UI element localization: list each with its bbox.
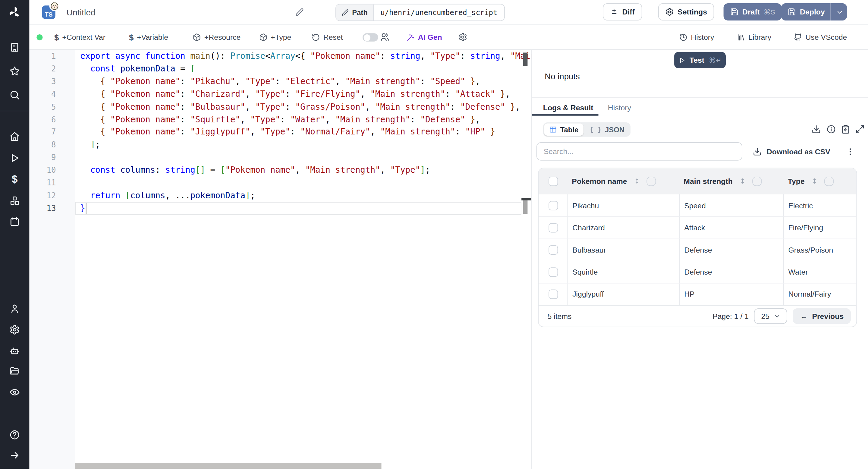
previous-page-button[interactable]: ← Previous [793, 308, 851, 324]
expand-result-icon[interactable] [855, 124, 865, 134]
line-number: 4 [29, 88, 75, 101]
code-line[interactable]: export async function main(): Promise<Ar… [75, 50, 531, 62]
code-line[interactable]: { "Pokemon name": "Charizard", "Type": "… [75, 88, 531, 101]
library-button[interactable]: Library [737, 25, 771, 50]
view-toggle-table[interactable]: Table [544, 124, 584, 136]
search-input[interactable] [536, 142, 742, 161]
line-number: 5 [29, 101, 75, 113]
row-checkbox[interactable] [548, 201, 558, 210]
table-row[interactable]: BulbasaurDefenseGrass/Poison [538, 239, 856, 261]
add-type-button[interactable]: +Type [259, 25, 291, 50]
code-token [105, 76, 110, 86]
code-line[interactable]: return [columns, ...pokemonData]; [75, 189, 531, 202]
line-number: 13 [29, 202, 75, 215]
reset-button[interactable]: Reset [312, 25, 343, 50]
code-line[interactable] [75, 151, 531, 164]
code-editor[interactable]: 12345678910111213 export async function … [29, 50, 531, 469]
history-button[interactable]: History [679, 25, 714, 50]
sidebar-item-schedules[interactable] [9, 216, 20, 227]
code-line[interactable]: { "Pokemon name": "Bulbasaur", "Type": "… [75, 101, 531, 113]
code-line[interactable]: { "Pokemon name": "Jigglypuff", "Type": … [75, 126, 531, 139]
row-checkbox[interactable] [548, 245, 558, 255]
sidebar-item-folders[interactable] [9, 366, 20, 376]
editor-horizontal-scrollbar[interactable] [75, 463, 381, 469]
code-token: [ [125, 190, 130, 200]
code-token: { [100, 89, 105, 99]
column-header[interactable]: Type [783, 168, 857, 193]
chevron-down-icon [836, 8, 844, 16]
more-options-button[interactable] [846, 145, 855, 158]
sort-icon[interactable] [633, 177, 641, 185]
download-result-icon[interactable] [812, 124, 821, 134]
add-variable-button[interactable]: $ +Variable [129, 25, 168, 50]
column-toggle[interactable] [752, 176, 761, 186]
add-context-var-button[interactable]: $ +Context Var [54, 25, 105, 50]
tab-logs-result[interactable]: Logs & Result [543, 103, 593, 112]
row-checkbox[interactable] [548, 268, 558, 277]
download-csv-button[interactable]: Download as CSV [753, 144, 830, 159]
code-line[interactable]: ]; [75, 139, 531, 151]
info-icon[interactable] [827, 124, 836, 134]
row-checkbox[interactable] [548, 223, 558, 232]
diff-button[interactable]: Diff [603, 3, 642, 21]
edit-summary-icon[interactable] [295, 8, 304, 17]
collab-toggle[interactable] [363, 33, 378, 41]
sidebar-item-variables[interactable]: $ [9, 174, 20, 184]
sidebar-item-runs[interactable] [9, 153, 20, 163]
view-toggle-json[interactable]: { } JSON [585, 124, 629, 136]
code-line[interactable] [75, 177, 531, 189]
sidebar-item-resources[interactable] [9, 195, 20, 206]
ai-gen-button[interactable]: AI Gen [406, 25, 442, 50]
sidebar-item-users[interactable] [9, 304, 20, 314]
settings-button[interactable]: Settings [658, 3, 714, 21]
editor-settings-button[interactable] [458, 25, 467, 50]
sidebar-item-settings[interactable] [9, 324, 20, 335]
code-token: : [285, 101, 295, 112]
sidebar-item-audit-logs[interactable] [9, 387, 20, 398]
sidebar-item-favorites[interactable] [9, 66, 20, 76]
table-row[interactable]: CharizardAttackFire/Flying [538, 216, 856, 239]
code-line[interactable]: const pokemonData = [ [75, 62, 531, 75]
column-header[interactable]: Main strength [679, 168, 783, 193]
sort-icon[interactable] [739, 177, 746, 185]
code-line[interactable]: { "Pokemon name": "Pikachu", "Type": "El… [75, 75, 531, 88]
collaborators-icon[interactable] [380, 25, 390, 50]
code-token: "Main strength" [510, 51, 531, 61]
sidebar-item-help[interactable] [9, 430, 20, 440]
sidebar-item-workers[interactable] [9, 345, 20, 356]
sidebar-item-home[interactable] [9, 131, 20, 142]
select-all-checkbox[interactable] [548, 176, 558, 186]
row-checkbox[interactable] [548, 290, 558, 299]
deploy-dropdown-button[interactable] [830, 3, 844, 21]
editor-code-area[interactable]: export async function main(): Promise<Ar… [75, 50, 531, 469]
tab-history[interactable]: History [608, 103, 631, 112]
column-toggle[interactable] [824, 176, 833, 186]
table-row[interactable]: JigglypuffHPNormal/Fairy [538, 283, 856, 305]
editor-vertical-scrollbar[interactable] [523, 200, 528, 214]
sidebar-expand-button[interactable] [9, 450, 20, 461]
code-line[interactable]: { "Pokemon name": "Squirtle", "Type": "W… [75, 113, 531, 126]
code-line[interactable]: } [75, 202, 521, 215]
column-header[interactable]: Pokemon name [567, 168, 679, 193]
sort-icon[interactable] [811, 177, 818, 185]
page-size-select[interactable]: 25 [754, 308, 787, 324]
copy-result-icon[interactable] [841, 124, 850, 134]
table-body: PikachuSpeedElectricCharizardAttackFire/… [538, 194, 856, 305]
test-button[interactable]: Test ⌘↵ [674, 52, 726, 68]
path-field[interactable]: Path u/henri/unencumbered_script [336, 4, 504, 21]
table-row[interactable]: SquirtleDefenseWater [538, 261, 856, 283]
windmill-logo-icon[interactable] [8, 5, 22, 19]
sidebar-item-workspace[interactable] [9, 42, 20, 53]
column-toggle[interactable] [647, 176, 656, 186]
sidebar-item-search[interactable] [9, 90, 20, 100]
save-icon [730, 8, 739, 16]
code-token: } [470, 114, 475, 124]
table-row[interactable]: PikachuSpeedElectric [538, 194, 856, 216]
draft-button[interactable]: Draft ⌘S [724, 3, 782, 21]
use-vscode-button[interactable]: Use VScode [794, 25, 847, 50]
table-cell: Water [783, 261, 857, 283]
code-line[interactable]: const columns: string[] = ["Pokemon name… [75, 164, 531, 177]
deploy-button[interactable]: Deploy [781, 3, 847, 21]
code-token: , [245, 89, 255, 99]
add-resource-button[interactable]: +Resource [193, 25, 241, 50]
